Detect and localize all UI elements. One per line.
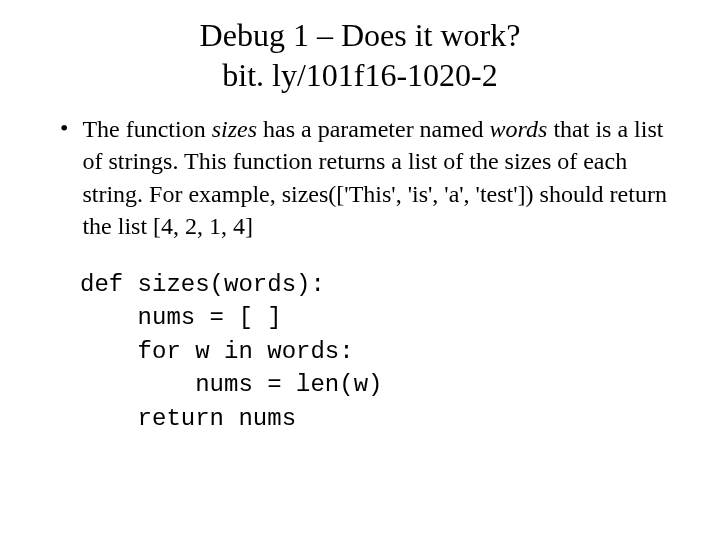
param-name-italic: words xyxy=(490,116,548,142)
title-line-2: bit. ly/101f16-1020-2 xyxy=(222,57,498,93)
code-line-4: nums = len(w) xyxy=(80,371,382,398)
code-block: def sizes(words): nums = [ ] for w in wo… xyxy=(80,268,670,436)
code-line-5: return nums xyxy=(80,405,296,432)
code-line-1: def sizes(words): xyxy=(80,271,325,298)
text-seg-1: The function xyxy=(82,116,211,142)
text-seg-2: has a parameter named xyxy=(257,116,490,142)
bullet-marker: • xyxy=(60,113,68,243)
slide-title: Debug 1 – Does it work? bit. ly/101f16-1… xyxy=(50,15,670,95)
code-line-2: nums = [ ] xyxy=(80,304,282,331)
title-line-1: Debug 1 – Does it work? xyxy=(200,17,521,53)
code-line-3: for w in words: xyxy=(80,338,354,365)
bullet-text: The function sizes has a parameter named… xyxy=(82,113,670,243)
bullet-item: • The function sizes has a parameter nam… xyxy=(60,113,670,243)
function-name-italic: sizes xyxy=(212,116,257,142)
